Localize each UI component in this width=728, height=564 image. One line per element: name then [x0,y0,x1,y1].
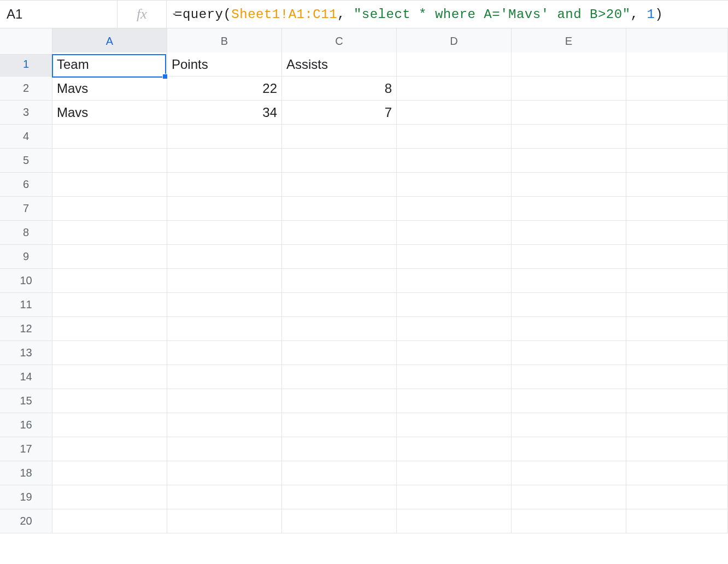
cell-B1[interactable]: Points [167,52,282,77]
cell-A6[interactable] [52,173,167,197]
column-header-B[interactable]: B [167,28,282,55]
cell-B9[interactable] [167,245,282,269]
cell-B3[interactable]: 34 [167,101,282,125]
cell-extra11[interactable] [626,293,728,317]
row-header-16[interactable]: 16 [0,413,52,437]
cell-B4[interactable] [167,125,282,149]
cell-B11[interactable] [167,293,282,317]
cell-D4[interactable] [397,125,512,149]
row-header-13[interactable]: 13 [0,341,52,365]
row-header-3[interactable]: 3 [0,101,52,125]
cell-C9[interactable] [282,245,397,269]
row-header-12[interactable]: 12 [0,317,52,341]
cell-D15[interactable] [397,389,512,413]
cell-B16[interactable] [167,413,282,437]
cell-A4[interactable] [52,125,167,149]
cell-extra10[interactable] [626,269,728,293]
cell-D3[interactable] [397,101,512,125]
cell-E1[interactable] [512,52,626,77]
cell-C15[interactable] [282,389,397,413]
cell-D6[interactable] [397,173,512,197]
cell-extra12[interactable] [626,317,728,341]
row-header-14[interactable]: 14 [0,365,52,389]
cell-A5[interactable] [52,149,167,173]
cell-C7[interactable] [282,197,397,221]
cell-B19[interactable] [167,485,282,509]
cell-B10[interactable] [167,269,282,293]
cell-D16[interactable] [397,413,512,437]
cell-C8[interactable] [282,221,397,245]
cell-B2[interactable]: 22 [167,77,282,101]
cell-extra19[interactable] [626,485,728,509]
cell-B14[interactable] [167,365,282,389]
row-header-19[interactable]: 19 [0,485,52,509]
cell-C3[interactable]: 7 [282,101,397,125]
cell-B6[interactable] [167,173,282,197]
cell-E9[interactable] [512,245,626,269]
cell-E3[interactable] [512,101,626,125]
cell-C5[interactable] [282,149,397,173]
cell-B17[interactable] [167,437,282,461]
cell-E7[interactable] [512,197,626,221]
row-header-17[interactable]: 17 [0,437,52,461]
cell-A12[interactable] [52,317,167,341]
cell-extra18[interactable] [626,461,728,485]
cell-D2[interactable] [397,77,512,101]
cell-B8[interactable] [167,221,282,245]
cell-E8[interactable] [512,221,626,245]
column-header-A[interactable]: A [52,28,167,55]
spreadsheet-grid[interactable]: ABCDE1TeamPointsAssists2Mavs2283Mavs3474… [0,28,728,533]
cell-extra2[interactable] [626,77,728,101]
row-header-4[interactable]: 4 [0,125,52,149]
cell-A1[interactable]: Team [52,52,167,77]
cell-extra7[interactable] [626,197,728,221]
cell-A17[interactable] [52,437,167,461]
row-header-11[interactable]: 11 [0,293,52,317]
cell-B5[interactable] [167,149,282,173]
cell-A10[interactable] [52,269,167,293]
cell-extra3[interactable] [626,101,728,125]
cell-E4[interactable] [512,125,626,149]
row-header-6[interactable]: 6 [0,173,52,197]
cell-B20[interactable] [167,509,282,533]
cell-extra13[interactable] [626,341,728,365]
cell-C6[interactable] [282,173,397,197]
cell-C11[interactable] [282,293,397,317]
cell-extra4[interactable] [626,125,728,149]
cell-E15[interactable] [512,389,626,413]
cell-extra20[interactable] [626,509,728,533]
cell-D5[interactable] [397,149,512,173]
cell-extra14[interactable] [626,365,728,389]
cell-A11[interactable] [52,293,167,317]
cell-E10[interactable] [512,269,626,293]
row-header-2[interactable]: 2 [0,77,52,101]
row-header-18[interactable]: 18 [0,461,52,485]
cell-B15[interactable] [167,389,282,413]
row-header-9[interactable]: 9 [0,245,52,269]
row-header-10[interactable]: 10 [0,269,52,293]
cell-C4[interactable] [282,125,397,149]
cell-extra9[interactable] [626,245,728,269]
cell-C12[interactable] [282,317,397,341]
cell-E12[interactable] [512,317,626,341]
cell-D18[interactable] [397,461,512,485]
cell-C16[interactable] [282,413,397,437]
cell-D12[interactable] [397,317,512,341]
row-header-7[interactable]: 7 [0,197,52,221]
cell-E13[interactable] [512,341,626,365]
formula-input[interactable]: =query(Sheet1!A1:C11, "select * where A=… [167,1,728,28]
row-header-8[interactable]: 8 [0,221,52,245]
cell-extra16[interactable] [626,413,728,437]
select-all-corner[interactable] [0,28,52,55]
cell-C18[interactable] [282,461,397,485]
cell-C10[interactable] [282,269,397,293]
row-header-5[interactable]: 5 [0,149,52,173]
cell-E6[interactable] [512,173,626,197]
cell-A20[interactable] [52,509,167,533]
cell-B18[interactable] [167,461,282,485]
cell-E14[interactable] [512,365,626,389]
cell-E19[interactable] [512,485,626,509]
cell-D11[interactable] [397,293,512,317]
cell-A15[interactable] [52,389,167,413]
cell-D14[interactable] [397,365,512,389]
